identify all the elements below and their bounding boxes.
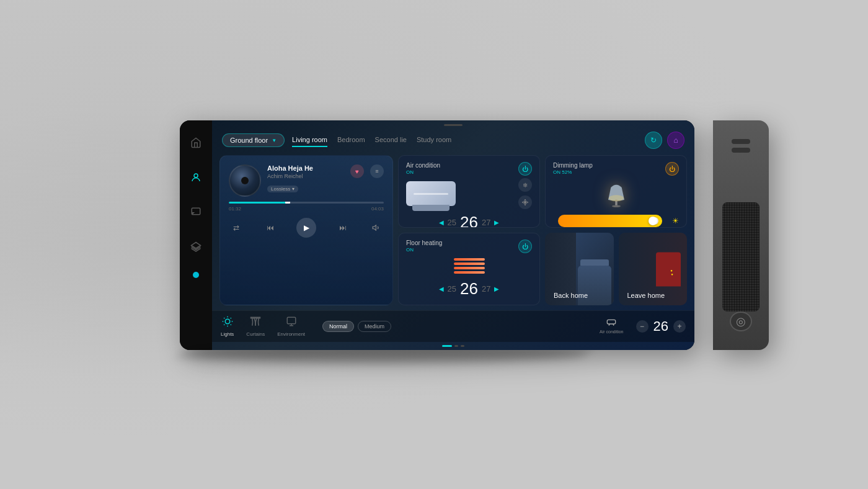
ac-title: Air condition — [406, 162, 440, 169]
indicator-dot-1 — [454, 345, 458, 347]
ac-status: ON — [406, 169, 440, 175]
brightness-control: ☀ — [553, 215, 679, 227]
speaker-button-2[interactable] — [732, 148, 750, 153]
screen: Ground floor ▼ Living room Bedroom Secon… — [212, 120, 694, 350]
svg-point-6 — [612, 205, 621, 207]
speaker-logo — [730, 312, 752, 331]
home-mode-button[interactable]: ⌂ — [667, 132, 684, 149]
ac-temp-high: 27 — [482, 218, 490, 227]
back-home-widget[interactable]: Back home — [545, 233, 614, 305]
ac-side-controls: ❄ — [518, 178, 532, 209]
floor-selector[interactable]: Ground floor ▼ — [222, 133, 285, 147]
brightness-sun-icon: ☀ — [672, 217, 679, 225]
lamp-widget-header: Dimming lamp ON 52% ⏻ — [553, 162, 679, 176]
speaker — [713, 120, 769, 350]
ac-bottom-control: Air condition — [600, 319, 624, 334]
heating-coil-4 — [454, 271, 485, 274]
bottom-bar: Lights Curtains — [212, 310, 694, 342]
heating-title: Floor heating — [406, 240, 442, 246]
sync-button[interactable]: ↻ — [645, 132, 662, 149]
temp-display: 26 — [653, 318, 668, 334]
favorite-button[interactable]: ♥ — [350, 164, 364, 178]
bottom-tab-lights[interactable]: Lights — [221, 316, 234, 337]
chevron-down-icon: ▼ — [272, 138, 277, 143]
sidebar-person-icon[interactable] — [186, 168, 206, 187]
scene-widgets-row: Back home ● Leave home — [545, 233, 687, 305]
svg-point-0 — [194, 174, 198, 177]
indicator-dot-active — [442, 345, 452, 347]
environment-label: Environment — [277, 331, 305, 337]
mode-normal-button[interactable]: Normal — [322, 321, 354, 332]
volume-button[interactable] — [369, 220, 384, 235]
lamp-power-button[interactable]: ⏻ — [665, 162, 679, 176]
music-panel: Aloha Heja He Achim Reichel Lossless ▾ ♥… — [219, 155, 393, 305]
ac-temp-selector: ◀ 25 26 27 ▶ — [406, 213, 532, 228]
svg-point-7 — [608, 195, 623, 201]
lamp-body — [553, 178, 679, 212]
brightness-slider[interactable] — [558, 215, 662, 227]
ac-widget-header: Air condition ON ⏻ — [406, 162, 532, 176]
progress-area: 01:32 04:03 — [229, 202, 384, 212]
temp-minus-button[interactable]: − — [636, 320, 649, 333]
floor-heating-widget: Floor heating ON ⏻ — [398, 233, 540, 305]
temp-control: − 26 + — [636, 318, 686, 334]
tab-second-lie[interactable]: Second lie — [375, 133, 407, 147]
leave-home-widget[interactable]: ● Leave home — [619, 233, 688, 305]
tab-bedroom[interactable]: Bedroom — [337, 133, 365, 147]
brightness-handle — [651, 217, 658, 225]
heating-temp-left-arrow[interactable]: ◀ — [439, 285, 444, 292]
door-image: ● — [656, 252, 681, 286]
playback-controls: ⇄ ⏮ ▶ ⏭ — [229, 218, 384, 238]
bottom-tab-environment[interactable]: Environment — [277, 316, 305, 337]
time-labels: 01:32 04:03 — [229, 206, 384, 212]
ac-snowflake-button[interactable]: ❄ — [518, 178, 532, 192]
heating-power-button[interactable]: ⏻ — [518, 240, 532, 253]
next-button[interactable]: ⏭ — [335, 220, 350, 235]
sidebar-home-icon[interactable] — [186, 133, 206, 153]
svg-line-11 — [224, 318, 224, 318]
ac-temp-left-arrow[interactable]: ◀ — [439, 219, 444, 226]
heating-temp-right-arrow[interactable]: ▶ — [494, 285, 499, 292]
content-area: Aloha Heja He Achim Reichel Lossless ▾ ♥… — [212, 155, 694, 310]
svg-line-12 — [230, 325, 231, 325]
floor-label: Ground floor — [230, 137, 268, 144]
svg-rect-17 — [251, 317, 260, 318]
heating-coil-1 — [454, 258, 485, 261]
dimming-lamp-widget: Dimming lamp ON 52% ⏻ — [545, 155, 687, 228]
door-knob-icon: ● — [670, 269, 673, 272]
play-button[interactable]: ▶ — [296, 218, 316, 238]
prev-button[interactable]: ⏮ — [263, 220, 278, 235]
leave-home-label: Leave home — [619, 285, 674, 305]
mode-medium-button[interactable]: Medium — [358, 321, 391, 332]
curtains-label: Curtains — [246, 331, 265, 337]
bottom-tab-curtains[interactable]: Curtains — [246, 316, 265, 337]
sidebar-layers-icon[interactable] — [186, 237, 206, 257]
widgets-grid: Air condition ON ⏻ ❄ — [398, 155, 687, 305]
svg-rect-19 — [608, 320, 616, 324]
temp-plus-button[interactable]: + — [673, 320, 686, 333]
sidebar-active-dot — [193, 272, 199, 278]
ac-temp-right-arrow[interactable]: ▶ — [494, 219, 499, 226]
curtains-icon — [250, 316, 261, 330]
ac-fan-button[interactable] — [518, 195, 532, 209]
sidebar-chat-icon[interactable] — [186, 202, 206, 222]
lamp-title: Dimming lamp — [553, 162, 593, 169]
shuffle-button[interactable]: ⇄ — [229, 220, 244, 235]
song-title: Aloha Heja He — [267, 164, 344, 172]
quality-label: Lossless — [271, 186, 290, 192]
music-info: Aloha Heja He Achim Reichel Lossless ▾ — [267, 164, 344, 193]
page-indicator — [212, 342, 694, 350]
ac-temp-low: 25 — [448, 218, 456, 227]
heating-widget-header: Floor heating ON ⏻ — [406, 240, 532, 253]
speaker-button-1[interactable] — [732, 139, 750, 144]
lamp-image — [599, 178, 633, 212]
tab-living-room[interactable]: Living room — [292, 133, 327, 147]
lamp-title-group: Dimming lamp ON 52% — [553, 162, 593, 175]
heating-image-area — [406, 256, 532, 276]
ac-power-button[interactable]: ⏻ — [518, 162, 532, 176]
tab-study-room[interactable]: Study room — [417, 133, 451, 147]
progress-bar[interactable] — [229, 202, 384, 204]
playlist-button[interactable]: ≡ — [370, 164, 384, 178]
nav-tabs: Living room Bedroom Second lie Study roo… — [292, 133, 637, 147]
quality-chevron: ▾ — [292, 186, 294, 192]
